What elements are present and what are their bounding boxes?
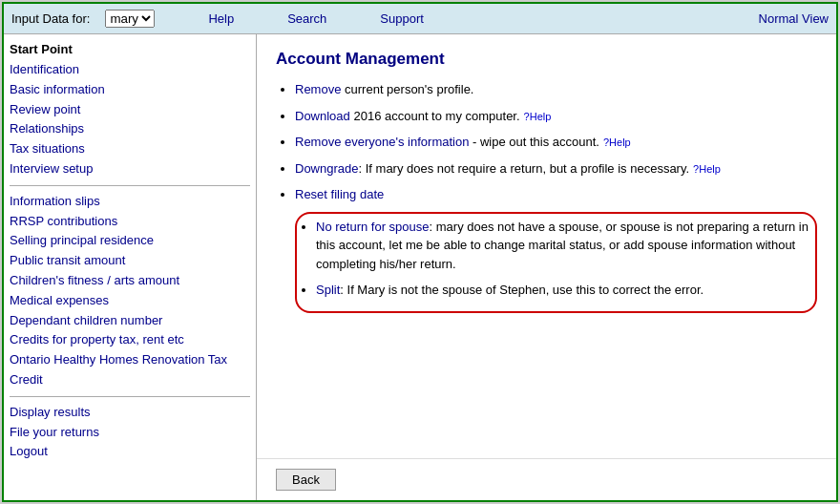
- sidebar-link-ontario-healthy-homes[interactable]: Ontario Healthy Homes Renovation Tax Cre…: [10, 350, 250, 390]
- sidebar-link-interview-setup[interactable]: Interview setup: [10, 159, 250, 179]
- sidebar-link-dependant-children[interactable]: Dependant children number: [10, 311, 250, 331]
- sidebar-link-relationships[interactable]: Relationships: [10, 119, 250, 139]
- content-link-no-return-spouse[interactable]: No return for spouse: [316, 220, 430, 234]
- sidebar-link-information-slips[interactable]: Information slips: [10, 192, 250, 212]
- sidebar-link-tax-situations[interactable]: Tax situations: [10, 139, 250, 159]
- sidebar-link-logout[interactable]: Logout: [10, 442, 250, 462]
- content-item-split: Split: If Mary is not the spouse of Step…: [316, 281, 811, 300]
- sidebar-section2: Information slipsRRSP contributionsSelli…: [10, 192, 250, 390]
- sidebar-link-identification[interactable]: Identification: [10, 60, 250, 80]
- search-link[interactable]: Search: [287, 11, 326, 26]
- sidebar-link-medical-expenses[interactable]: Medical expenses: [10, 291, 250, 311]
- content-item-remove-everyone: Remove everyone's information - wipe out…: [295, 133, 817, 152]
- content-item-download-account: Download 2016 account to my computer.?He…: [295, 107, 817, 126]
- help-link-remove-everyone[interactable]: ?Help: [603, 136, 631, 148]
- help-link-downgrade[interactable]: ?Help: [693, 163, 721, 175]
- content-link-reset-filing[interactable]: Reset filing date: [295, 187, 384, 201]
- sidebar-link-credits-property-tax[interactable]: Credits for property tax, rent etc: [10, 330, 250, 350]
- content-link-split[interactable]: Split: [316, 283, 340, 297]
- content-text-downgrade: : If mary does not require a return, but…: [359, 161, 690, 176]
- sidebar-link-display-results[interactable]: Display results: [10, 403, 250, 423]
- content-item-remove-profile: Remove current person's profile.: [295, 80, 817, 99]
- top-bar: Input Data for: mary Help Search Support…: [4, 4, 836, 34]
- sidebar-divider-1: [10, 185, 250, 186]
- help-link-download-account[interactable]: ?Help: [524, 111, 552, 122]
- input-data-label: Input Data for:: [11, 11, 90, 26]
- back-button-area: Back: [257, 458, 836, 500]
- help-link[interactable]: Help: [208, 11, 234, 26]
- sidebar-divider-2: [10, 396, 250, 397]
- sidebar-link-rrsp-contributions[interactable]: RRSP contributions: [10, 212, 250, 232]
- content-item-no-return-spouse: No return for spouse: mary does not have…: [316, 218, 811, 274]
- support-link[interactable]: Support: [380, 11, 424, 26]
- sidebar-start-point: Start Point: [10, 42, 250, 56]
- sidebar-link-public-transit-amount[interactable]: Public transit amount: [10, 251, 250, 271]
- sidebar-link-basic-information[interactable]: Basic information: [10, 80, 250, 100]
- content-text-download-account: 2016 account to my computer.: [350, 109, 520, 123]
- sidebar-link-review-point[interactable]: Review point: [10, 100, 250, 120]
- sidebar-link-file-your-returns[interactable]: File your returns: [10, 423, 250, 443]
- sidebar: Start Point IdentificationBasic informat…: [4, 34, 257, 500]
- content-link-remove-profile[interactable]: Remove: [295, 82, 341, 96]
- content-text-remove-everyone: - wipe out this account.: [469, 135, 599, 149]
- sidebar-link-childrens-fitness-arts[interactable]: Children's fitness / arts amount: [10, 271, 250, 291]
- content-text-remove-profile: current person's profile.: [341, 82, 473, 96]
- content-text-split: : If Mary is not the spouse of Stephen, …: [340, 283, 704, 297]
- normal-view-link[interactable]: Normal View: [759, 11, 829, 26]
- content-link-download-account[interactable]: Download: [295, 109, 350, 123]
- sidebar-section3: Display resultsFile your returnsLogout: [10, 403, 250, 462]
- content-item-downgrade: Downgrade: If mary does not require a re…: [295, 159, 817, 178]
- sidebar-link-selling-principal-residence[interactable]: Selling principal residence: [10, 231, 250, 251]
- content-link-remove-everyone[interactable]: Remove everyone's information: [295, 135, 469, 149]
- main-area: Start Point IdentificationBasic informat…: [4, 34, 836, 500]
- page-title: Account Management: [276, 50, 817, 69]
- content-item-reset-filing: Reset filing date: [295, 185, 817, 204]
- content-list: Remove current person's profile.Download…: [276, 80, 817, 313]
- circled-items-wrapper: No return for spouse: mary does not have…: [295, 212, 817, 313]
- content-link-downgrade[interactable]: Downgrade: [295, 161, 359, 176]
- user-select[interactable]: mary: [105, 10, 155, 28]
- back-button[interactable]: Back: [276, 469, 336, 491]
- content-area: Account Management Remove current person…: [257, 34, 836, 458]
- sidebar-section1: IdentificationBasic informationReview po…: [10, 60, 250, 179]
